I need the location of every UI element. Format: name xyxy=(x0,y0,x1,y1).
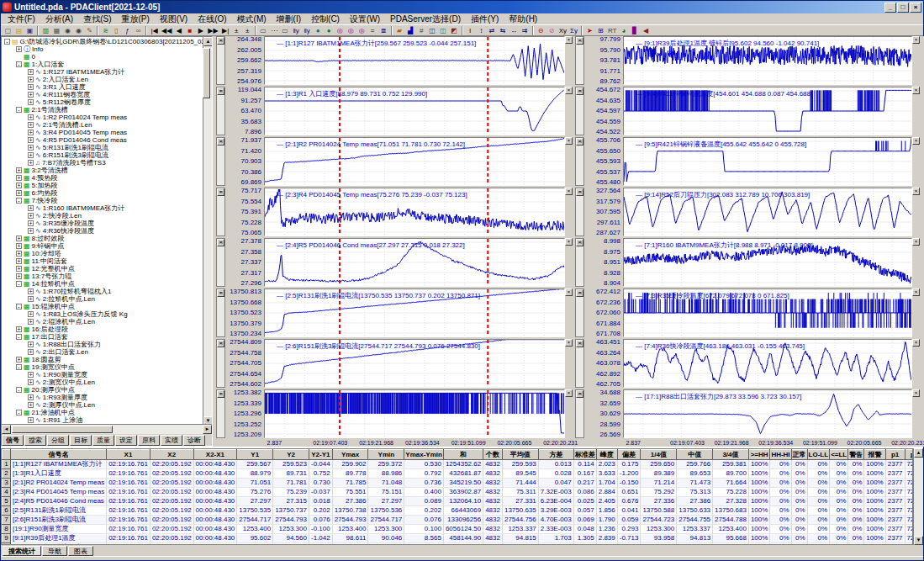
tree-node[interactable]: +∿1:R91 上涂油 xyxy=(3,416,212,424)
expand-icon[interactable]: + xyxy=(28,122,34,128)
chart-collapse-icon[interactable]: ≍ xyxy=(576,289,583,297)
expand-icon[interactable]: + xyxy=(28,84,34,90)
expand-icon[interactable]: + xyxy=(28,228,34,234)
tree-node[interactable]: -▤G:\防城港冷轧GDR\最终钢卷\LD121C00306803[202112… xyxy=(3,38,212,45)
table-header-中值[interactable]: 中值 xyxy=(677,450,713,460)
row-number[interactable]: 8 xyxy=(3,525,11,534)
xy-plot-icon[interactable]: Xy xyxy=(557,25,568,35)
chart-close-icon[interactable]: × xyxy=(565,87,573,94)
expand-icon[interactable]: + xyxy=(28,69,34,75)
row-number[interactable]: 1 xyxy=(3,460,11,469)
chart-plot[interactable]: — [7:4]R36快冷段温度[463.186 463.031 -0.155 4… xyxy=(624,340,911,387)
save-icon[interactable]: ▣ xyxy=(24,25,35,35)
table-header-LO-LL[interactable]: LO-LL xyxy=(807,450,830,460)
expand-icon[interactable]: + xyxy=(28,92,34,98)
collapse-icon[interactable]: - xyxy=(16,107,22,113)
tree-tab-实绩[interactable]: 实绩 xyxy=(161,435,182,446)
expand-icon[interactable]: + xyxy=(16,251,22,257)
tree-node[interactable]: +∿3:R1 入口速度 xyxy=(3,83,212,91)
chart-close-icon[interactable]: × xyxy=(912,36,920,44)
marker-icon[interactable]: ▯ xyxy=(111,25,122,35)
chart-mini-scrollbar[interactable]: ≍ xyxy=(575,87,584,135)
chart-close-icon[interactable]: × xyxy=(565,137,573,145)
chart-collapse-icon[interactable]: ≍ xyxy=(576,340,583,347)
tree-node[interactable]: +∿1:R127 IBATM1MEA张力计 xyxy=(3,68,212,76)
expand-icon[interactable]: + xyxy=(16,183,22,188)
table-header-Ymin[interactable]: Ymin xyxy=(368,450,404,460)
tree-node[interactable]: +∿1:R70拉矫机弯辊枕入1 xyxy=(3,288,212,295)
chart-close-icon[interactable]: × xyxy=(912,238,920,246)
tree-node[interactable]: -▦17:出口活套 xyxy=(3,333,212,341)
chart-plot[interactable] xyxy=(265,390,564,437)
expand-icon[interactable]: + xyxy=(28,145,34,151)
bottom-tab-搜索统计[interactable]: 搜索统计 xyxy=(3,546,41,556)
expand-icon[interactable]: + xyxy=(28,341,34,347)
print-icon[interactable]: ▦ xyxy=(51,25,62,35)
table-row[interactable]: 3[2:1]R2 PR014024 Temp meas02:19:16.7610… xyxy=(3,479,914,488)
table-header-标准差[interactable]: 标准差 xyxy=(573,450,596,460)
minimize-button[interactable]: _ xyxy=(884,3,896,13)
chart-plot-container[interactable]: — [2:3]R4 PD014045 Temp meas[75.276 75.2… xyxy=(264,188,565,236)
find-icon[interactable]: ◉ xyxy=(62,25,73,35)
edit-icon[interactable]: ✎ xyxy=(84,25,95,35)
bottom-tab-导航[interactable]: 导航 xyxy=(42,546,67,556)
tree-node[interactable]: -▦2:1号清洗槽 xyxy=(3,106,212,114)
chart-mini-scrollbar[interactable]: ≍ xyxy=(575,288,584,337)
zoom-in-icon[interactable]: ◎ xyxy=(346,25,356,35)
menu-item-9[interactable]: 控制(C) xyxy=(306,13,345,24)
chart-plot-container[interactable]: — [7:4]R36快冷段温度[463.186 463.031 -0.155 4… xyxy=(623,339,912,388)
chart-plot-container[interactable]: — [2:6]R151刷洗3刷辊电流[27544.717 27544.793 0… xyxy=(264,339,565,388)
tree-node[interactable]: +∿1:R88出口活套张力 xyxy=(3,341,212,348)
expand-icon[interactable]: + xyxy=(28,417,34,423)
chart-mini-scrollbar[interactable]: ≍ xyxy=(575,188,584,236)
tree-tab-分组[interactable]: 分组 xyxy=(47,435,69,446)
chart-plot[interactable]: — [9:5]R421锌锅锌液备温度[455.642 455.642 0 455… xyxy=(624,138,911,185)
table-header-信号名[interactable]: 信号名 xyxy=(10,450,106,460)
collapse-icon[interactable]: - xyxy=(16,61,22,67)
tree-tab-原料[interactable]: 原料 xyxy=(138,435,160,446)
expand-icon[interactable]: + xyxy=(28,296,34,302)
degree-icon[interactable]: ∞ xyxy=(133,25,144,35)
tree-tab-信号[interactable]: 信号 xyxy=(2,435,24,446)
range-pair-icon[interactable]: ▭ xyxy=(280,25,291,35)
chart-mini-scrollbar[interactable]: ≍ xyxy=(216,87,225,135)
chart-mini-scrollbar[interactable]: ≍ xyxy=(216,288,225,337)
table-row[interactable]: 9[9:1]R39后处理1温度02:19:16.76102:20:05.1920… xyxy=(3,534,914,543)
chart-plot[interactable]: — [2:6]R151刷洗3刷辊电流[27544.717 27544.793 0… xyxy=(265,340,564,387)
chart-plot[interactable]: — [2:1]R2 PR014024 Temp meas[71.051 71.7… xyxy=(265,138,564,185)
chart-mini-scrollbar[interactable]: ≍ xyxy=(216,389,225,438)
table-row[interactable]: 4[2:3]R4 PD014045 Temp meas02:19:16.7610… xyxy=(3,488,914,497)
expand-icon[interactable]: + xyxy=(16,326,22,332)
equal-icon[interactable]: = xyxy=(367,25,378,35)
expand-icon[interactable]: + xyxy=(16,46,22,52)
speaker-icon[interactable]: ◀ xyxy=(641,25,652,35)
chart-mini-scrollbar[interactable]: ≍ xyxy=(575,389,584,438)
table-row[interactable]: 1[1:1]R127 IBATM1MEA张力计02:19:16.76102:20… xyxy=(3,460,914,469)
chart-plot-container[interactable]: — [9:5]R421锌锅锌液备温度[455.642 455.642 0 455… xyxy=(623,137,912,186)
expand-icon[interactable]: + xyxy=(16,357,22,363)
dots-icon[interactable]: ⋯ xyxy=(269,25,280,35)
signal-select-icon[interactable]: ≋ xyxy=(100,25,111,35)
zoom-area-icon[interactable]: ⊘ xyxy=(546,25,557,35)
row-number[interactable]: 6 xyxy=(3,506,11,516)
zoom-icon[interactable]: ◎ xyxy=(335,25,346,35)
table-header-方差[interactable]: 方差 xyxy=(538,450,573,460)
chart-plot-container[interactable]: — [9:1]R39后处理1温度 镀锌后[95.602 94.560 -1.04… xyxy=(623,36,912,85)
table-vertical-scrollbar[interactable]: ▲ ▼ xyxy=(913,448,923,545)
chart-close-icon[interactable]: × xyxy=(565,389,573,397)
collapse-icon[interactable]: - xyxy=(16,198,22,204)
chart-plot[interactable]: — [9:4]R411锌锅锌液温度[454.601 454.688 0.087 … xyxy=(624,87,911,135)
row-number[interactable]: 7 xyxy=(3,516,11,525)
table-header-Y2-Y1[interactable]: Y2-Y1 xyxy=(309,450,332,460)
collapse-icon[interactable]: - xyxy=(16,281,22,287)
expand-icon[interactable]: + xyxy=(16,266,22,272)
chart-close-icon[interactable]: × xyxy=(912,339,920,347)
chart-plot-container[interactable]: — [1:1]R127 IBATM1MEA张力计[259.567 259.523… xyxy=(264,36,565,85)
cursor-y1-icon[interactable]: ‖y xyxy=(291,25,302,35)
scroll-down-icon[interactable]: ▼ xyxy=(203,416,212,424)
table-header-1/4值[interactable]: 1/4值 xyxy=(641,450,677,460)
expand-left-icon[interactable]: ⇄ xyxy=(487,25,498,35)
table-header-p1[interactable]: p1 xyxy=(885,450,905,460)
chart-plot-container[interactable]: — [9:14]R52后刀辊压力[302.083 312.789 10.706 … xyxy=(623,188,912,236)
chart-mini-scrollbar[interactable]: ≍ xyxy=(216,238,225,287)
